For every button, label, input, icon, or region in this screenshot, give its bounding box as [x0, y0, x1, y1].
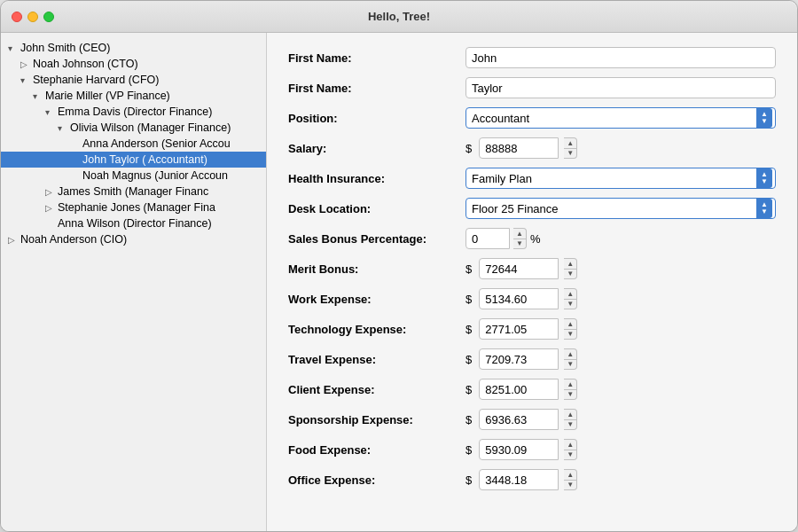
sidebar-item-noah-johnson[interactable]: ▷Noah Johnson (CTO): [1, 56, 266, 72]
food-expense-dollar: $: [466, 443, 472, 457]
sidebar-tree: ▾John Smith (CEO)▷Noah Johnson (CTO)▾Ste…: [1, 33, 267, 531]
food-expense-input[interactable]: [479, 439, 559, 460]
sidebar-item-anna-wilson[interactable]: Anna Wilson (Director Finance): [1, 215, 266, 231]
work-expense-input[interactable]: [479, 288, 559, 309]
tree-item-label: John Taylor ( Accountant): [82, 153, 207, 166]
work-expense-control: $ ▲ ▼: [466, 288, 776, 309]
travel-expense-dollar: $: [466, 353, 472, 366]
tree-arrow-icon: ▷: [8, 235, 20, 245]
sales-bonus-input[interactable]: [466, 228, 510, 249]
sidebar-item-emma-davis[interactable]: ▾Emma Davis (Director Finance): [1, 104, 266, 120]
minimize-button[interactable]: [27, 12, 38, 22]
position-label: Position:: [288, 112, 466, 125]
sponsorship-expense-up-arrow[interactable]: ▲: [564, 410, 576, 420]
technology-expense-input[interactable]: [479, 318, 559, 340]
travel-expense-down-arrow[interactable]: ▼: [564, 360, 576, 370]
sidebar-item-anna-anderson[interactable]: Anna Anderson (Senior Accou: [1, 136, 266, 152]
merit-bonus-row: Merit Bonus: $ ▲ ▼: [288, 258, 776, 279]
work-expense-up-arrow[interactable]: ▲: [564, 289, 576, 300]
sales-bonus-down-arrow[interactable]: ▼: [513, 239, 526, 249]
sidebar-item-john-smith[interactable]: ▾John Smith (CEO): [1, 40, 266, 56]
salary-down-arrow[interactable]: ▼: [564, 149, 576, 159]
technology-expense-up-arrow[interactable]: ▲: [564, 319, 576, 330]
sidebar-item-noah-magnus[interactable]: Noah Magnus (Junior Accoun: [1, 168, 266, 184]
first-name-input[interactable]: [466, 47, 776, 68]
sidebar-item-marie-miller[interactable]: ▾Marie Miller (VP Finance): [1, 88, 266, 104]
sales-bonus-wrapper: ▲ ▼ %: [466, 228, 776, 249]
tree-item-label: John Smith (CEO): [20, 42, 110, 54]
last-name-input[interactable]: [466, 77, 776, 98]
salary-up-arrow[interactable]: ▲: [564, 138, 576, 149]
office-expense-down-arrow[interactable]: ▼: [564, 481, 576, 490]
salary-arrows: ▲ ▼: [564, 137, 577, 159]
health-insurance-select[interactable]: Family PlanSingle PlanNo Plan: [466, 168, 776, 189]
tree-item-label: Anna Wilson (Director Finance): [58, 217, 212, 230]
sidebar-item-james-smith[interactable]: ▷James Smith (Manager Financ: [1, 184, 266, 200]
titlebar: Hello, Tree!: [1, 1, 797, 33]
merit-bonus-up-arrow[interactable]: ▲: [564, 259, 576, 270]
health-insurance-select-wrapper: Family PlanSingle PlanNo Plan ▲ ▼: [466, 168, 776, 189]
tree-arrow-icon: ▷: [45, 203, 58, 213]
office-expense-input[interactable]: [479, 469, 559, 490]
desk-location-select[interactable]: Floor 25 FinanceFloor 24 FinanceFloor 26…: [466, 198, 776, 219]
technology-expense-row: Technology Expense: $ ▲ ▼: [288, 318, 776, 340]
window-title: Hello, Tree!: [368, 10, 430, 23]
client-expense-down-arrow[interactable]: ▼: [564, 390, 576, 400]
food-expense-up-arrow[interactable]: ▲: [564, 440, 576, 450]
technology-expense-label: Technology Expense:: [288, 323, 466, 336]
office-expense-up-arrow[interactable]: ▲: [564, 470, 576, 481]
client-expense-arrows: ▲ ▼: [564, 379, 577, 400]
last-name-control: [466, 77, 776, 98]
work-expense-row: Work Expense: $ ▲ ▼: [288, 288, 776, 309]
sidebar-item-noah-anderson[interactable]: ▷Noah Anderson (CIO): [1, 231, 266, 247]
food-expense-arrows: ▲ ▼: [564, 439, 577, 460]
sales-bonus-control: ▲ ▼ %: [466, 228, 776, 249]
client-expense-dollar: $: [466, 383, 472, 396]
tree-item-label: Emma Davis (Director Finance): [58, 106, 212, 118]
travel-expense-arrows: ▲ ▼: [564, 348, 577, 370]
office-expense-arrows: ▲ ▼: [564, 469, 577, 490]
technology-expense-down-arrow[interactable]: ▼: [564, 330, 576, 340]
food-expense-control: $ ▲ ▼: [466, 439, 776, 460]
salary-control: $ ▲ ▼: [466, 137, 776, 159]
merit-bonus-down-arrow[interactable]: ▼: [564, 270, 576, 279]
health-insurance-control: Family PlanSingle PlanNo Plan ▲ ▼: [466, 168, 776, 189]
client-expense-label: Client Expense:: [288, 383, 466, 396]
sponsorship-expense-input[interactable]: [479, 409, 559, 430]
sidebar-item-stephanie-jones[interactable]: ▷Stephanie Jones (Manager Fina: [1, 200, 266, 215]
tree-arrow-icon: ▾: [45, 107, 58, 117]
sidebar-item-stephanie-harvard[interactable]: ▾Stephanie Harvard (CFO): [1, 72, 266, 88]
travel-expense-up-arrow[interactable]: ▲: [564, 349, 576, 360]
merit-bonus-input[interactable]: [479, 258, 559, 279]
client-expense-up-arrow[interactable]: ▲: [564, 379, 576, 390]
food-expense-down-arrow[interactable]: ▼: [564, 450, 576, 460]
client-expense-control: $ ▲ ▼: [466, 379, 776, 400]
work-expense-down-arrow[interactable]: ▼: [564, 300, 576, 309]
maximize-button[interactable]: [43, 12, 54, 22]
first-name-row: First Name:: [288, 47, 776, 68]
sponsorship-expense-dollar: $: [466, 413, 472, 426]
close-button[interactable]: [12, 12, 22, 22]
client-expense-row: Client Expense: $ ▲ ▼: [288, 379, 776, 400]
desk-location-label: Desk Location:: [288, 202, 466, 215]
salary-input[interactable]: [479, 137, 559, 159]
sidebar-item-john-taylor[interactable]: John Taylor ( Accountant): [1, 152, 266, 168]
app-window: Hello, Tree! ▾John Smith (CEO)▷Noah John…: [0, 0, 798, 532]
sidebar-item-olivia-wilson[interactable]: ▾Olivia Wilson (Manager Finance): [1, 120, 266, 136]
percent-label: %: [530, 232, 541, 246]
first-name-label: First Name:: [288, 51, 466, 65]
sponsorship-expense-down-arrow[interactable]: ▼: [564, 420, 576, 430]
travel-expense-input[interactable]: [479, 348, 559, 370]
sponsorship-expense-row: Sponsorship Expense: $ ▲ ▼: [288, 409, 776, 430]
sponsorship-expense-label: Sponsorship Expense:: [288, 413, 466, 426]
travel-expense-row: Travel Expense: $ ▲ ▼: [288, 348, 776, 370]
client-expense-input[interactable]: [479, 379, 559, 400]
position-select[interactable]: AccountantSenior AccountantManager Finan…: [466, 107, 776, 129]
sales-bonus-up-arrow[interactable]: ▲: [513, 229, 526, 239]
office-expense-spinner: $ ▲ ▼: [466, 469, 776, 490]
sponsorship-expense-control: $ ▲ ▼: [466, 409, 776, 430]
technology-expense-arrows: ▲ ▼: [564, 318, 577, 340]
salary-label: Salary:: [288, 142, 466, 155]
office-expense-dollar: $: [466, 473, 472, 487]
travel-expense-spinner: $ ▲ ▼: [466, 348, 776, 370]
